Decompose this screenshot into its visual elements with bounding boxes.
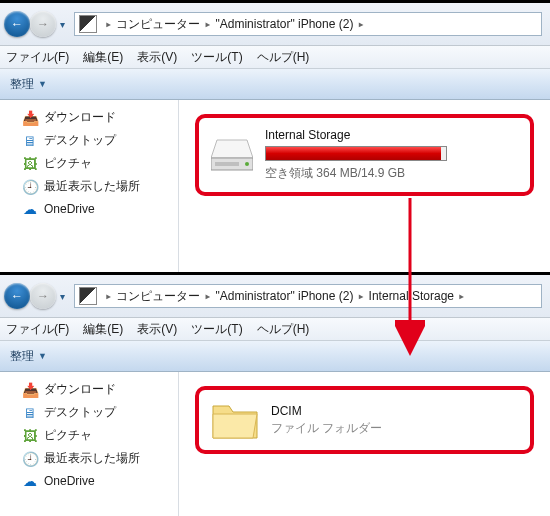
nav-buttons: ← → ▾ — [4, 11, 68, 37]
menu-file[interactable]: ファイル(F) — [6, 321, 69, 338]
breadcrumb-device[interactable]: "Administrator" iPhone (2) — [215, 289, 353, 303]
sidebar-item[interactable]: 🖥デスクトップ — [4, 129, 174, 152]
address-bar[interactable]: ▸ コンピューター ▸ "Administrator" iPhone (2) ▸… — [74, 284, 542, 308]
svg-point-3 — [245, 162, 249, 166]
forward-button[interactable]: → — [30, 11, 56, 37]
sidebar-item-label: 最近表示した場所 — [44, 178, 140, 195]
sidebar-item-icon: 📥 — [22, 110, 38, 126]
history-dropdown[interactable]: ▾ — [56, 283, 68, 309]
sidebar-item-label: 最近表示した場所 — [44, 450, 140, 467]
back-icon: ← — [11, 17, 23, 31]
drive-icon — [211, 138, 253, 172]
menubar: ファイル(F) 編集(E) 表示(V) ツール(T) ヘルプ(H) — [0, 46, 550, 69]
sidebar-item-icon: ☁ — [22, 473, 38, 489]
sidebar: 📥ダウンロード🖥デスクトップ🖼ピクチャ🕘最近表示した場所☁OneDrive — [0, 372, 179, 516]
menu-file[interactable]: ファイル(F) — [6, 49, 69, 66]
capacity-text: 空き領域 364 MB/14.9 GB — [265, 165, 518, 182]
sidebar-item-label: ピクチャ — [44, 427, 92, 444]
content-pane: DCIM ファイル フォルダー — [179, 372, 550, 516]
sidebar: 📥ダウンロード🖥デスクトップ🖼ピクチャ🕘最近表示した場所☁OneDrive — [0, 100, 179, 272]
menu-edit[interactable]: 編集(E) — [83, 321, 123, 338]
svg-marker-0 — [211, 140, 253, 158]
breadcrumb-sep: ▸ — [357, 17, 364, 31]
menu-view[interactable]: 表示(V) — [137, 321, 177, 338]
sidebar-item-icon: ☁ — [22, 201, 38, 217]
sidebar-item-icon: 🖥 — [22, 405, 38, 421]
menu-help[interactable]: ヘルプ(H) — [257, 321, 310, 338]
explorer-window-1: ← → ▾ ▸ コンピューター ▸ "Administrator" iPhone… — [0, 3, 550, 272]
drive-info[interactable]: Internal Storage 空き領域 364 MB/14.9 GB — [265, 128, 518, 182]
back-button[interactable]: ← — [4, 283, 30, 309]
breadcrumb-sep: ▸ — [105, 17, 112, 31]
titlebar: ← → ▾ ▸ コンピューター ▸ "Administrator" iPhone… — [0, 3, 550, 46]
sidebar-item-icon: 🖥 — [22, 133, 38, 149]
forward-icon: → — [37, 17, 49, 31]
folder-type: ファイル フォルダー — [271, 420, 518, 437]
storage-item-highlight: Internal Storage 空き領域 364 MB/14.9 GB — [195, 114, 534, 196]
back-icon: ← — [11, 289, 23, 303]
menu-view[interactable]: 表示(V) — [137, 49, 177, 66]
sidebar-item-label: OneDrive — [44, 202, 95, 216]
body-area: 📥ダウンロード🖥デスクトップ🖼ピクチャ🕘最近表示した場所☁OneDrive In… — [0, 100, 550, 272]
sidebar-item[interactable]: 📥ダウンロード — [4, 378, 174, 401]
sidebar-item[interactable]: 🕘最近表示した場所 — [4, 447, 174, 470]
breadcrumb-computer[interactable]: コンピューター — [116, 16, 200, 33]
sidebar-item-label: OneDrive — [44, 474, 95, 488]
sidebar-item-icon: 📥 — [22, 382, 38, 398]
device-icon — [79, 287, 97, 305]
toolbar: 整理 ▼ — [0, 69, 550, 100]
forward-button[interactable]: → — [30, 283, 56, 309]
organize-label: 整理 — [10, 348, 34, 365]
menu-edit[interactable]: 編集(E) — [83, 49, 123, 66]
sidebar-item-icon: 🕘 — [22, 451, 38, 467]
address-bar[interactable]: ▸ コンピューター ▸ "Administrator" iPhone (2) ▸ — [74, 12, 542, 36]
chevron-down-icon: ▾ — [60, 19, 65, 30]
folder-item-highlight: DCIM ファイル フォルダー — [195, 386, 534, 454]
folder-icon — [211, 400, 259, 440]
sidebar-item-icon: 🖼 — [22, 156, 38, 172]
organize-button[interactable]: 整理 ▼ — [10, 348, 47, 365]
chevron-down-icon: ▾ — [60, 291, 65, 302]
organize-button[interactable]: 整理 ▼ — [10, 76, 47, 93]
folder-info[interactable]: DCIM ファイル フォルダー — [271, 404, 518, 437]
menu-help[interactable]: ヘルプ(H) — [257, 49, 310, 66]
svg-rect-2 — [215, 162, 239, 166]
sidebar-item[interactable]: ☁OneDrive — [4, 198, 174, 220]
capacity-bar — [265, 146, 447, 161]
drive-name: Internal Storage — [265, 128, 518, 142]
menu-tools[interactable]: ツール(T) — [191, 321, 242, 338]
sidebar-item[interactable]: 🖼ピクチャ — [4, 152, 174, 175]
sidebar-item[interactable]: 🕘最近表示した場所 — [4, 175, 174, 198]
breadcrumb-sep: ▸ — [458, 289, 465, 303]
sidebar-item[interactable]: 🖥デスクトップ — [4, 401, 174, 424]
history-dropdown[interactable]: ▾ — [56, 11, 68, 37]
sidebar-item-label: ダウンロード — [44, 109, 116, 126]
breadcrumb-computer[interactable]: コンピューター — [116, 288, 200, 305]
titlebar: ← → ▾ ▸ コンピューター ▸ "Administrator" iPhone… — [0, 275, 550, 318]
sidebar-item-icon: 🖼 — [22, 428, 38, 444]
sidebar-item-icon: 🕘 — [22, 179, 38, 195]
sidebar-item-label: ピクチャ — [44, 155, 92, 172]
sidebar-item-label: デスクトップ — [44, 132, 116, 149]
menu-tools[interactable]: ツール(T) — [191, 49, 242, 66]
sidebar-item-label: デスクトップ — [44, 404, 116, 421]
device-icon — [79, 15, 97, 33]
breadcrumb-sep: ▸ — [357, 289, 364, 303]
capacity-fill — [266, 147, 441, 160]
sidebar-item[interactable]: ☁OneDrive — [4, 470, 174, 492]
sidebar-item[interactable]: 📥ダウンロード — [4, 106, 174, 129]
content-pane: Internal Storage 空き領域 364 MB/14.9 GB — [179, 100, 550, 272]
organize-label: 整理 — [10, 76, 34, 93]
breadcrumb-sep: ▸ — [204, 289, 211, 303]
breadcrumb-device[interactable]: "Administrator" iPhone (2) — [215, 17, 353, 31]
body-area: 📥ダウンロード🖥デスクトップ🖼ピクチャ🕘最近表示した場所☁OneDrive DC… — [0, 372, 550, 516]
dropdown-icon: ▼ — [38, 79, 47, 89]
sidebar-item[interactable]: 🖼ピクチャ — [4, 424, 174, 447]
breadcrumb-storage[interactable]: Internal Storage — [369, 289, 454, 303]
forward-icon: → — [37, 289, 49, 303]
folder-name: DCIM — [271, 404, 518, 418]
breadcrumb-sep: ▸ — [105, 289, 112, 303]
back-button[interactable]: ← — [4, 11, 30, 37]
nav-buttons: ← → ▾ — [4, 283, 68, 309]
sidebar-item-label: ダウンロード — [44, 381, 116, 398]
